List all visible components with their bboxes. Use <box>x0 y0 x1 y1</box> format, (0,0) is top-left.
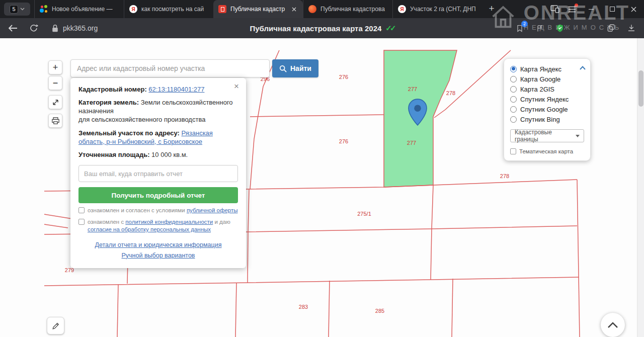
download-icon[interactable] <box>626 23 637 34</box>
expand-icon <box>52 99 59 106</box>
tab-title: Публичная кадастрова <box>320 6 387 13</box>
screen: 5 Новое объявление — Я как посмотреть на… <box>0 0 644 337</box>
layer-option-google-map[interactable]: Карта Google <box>510 74 584 84</box>
privacy-policy-link[interactable]: политикой конфиденциальности <box>125 219 213 225</box>
tab-pkk-second[interactable]: Публичная кадастрова <box>303 0 392 18</box>
tab-title: Участок 2 га (СНТ, ДНП <box>410 6 477 13</box>
tab-close-icon[interactable] <box>290 5 298 13</box>
personal-data-link[interactable]: согласие на обработку персональных данны… <box>88 226 211 232</box>
boundaries-select[interactable]: Кадастровые границы <box>510 129 584 142</box>
land-category-note: для сельскохозяйственного производства <box>78 115 238 124</box>
tab-new-listing[interactable]: Новое объявление — <box>34 0 124 18</box>
reload-button[interactable] <box>25 21 42 36</box>
tab-listing-2ga[interactable]: Я Участок 2 га (СНТ, ДНП <box>392 0 482 18</box>
parcel-label: 276 <box>339 138 348 144</box>
bookmark-icon[interactable]: 2 <box>514 23 525 34</box>
layers-panel: Карта Яндекс Карта Google Карта 2GIS Спу… <box>504 58 591 161</box>
popup-close-icon[interactable]: × <box>232 82 241 91</box>
chevron-up-icon <box>607 322 618 328</box>
container-badge: 5 <box>10 5 18 14</box>
email-field[interactable] <box>78 165 238 182</box>
offer-link[interactable]: публичной оферты <box>187 207 238 213</box>
search-button-label: Найти <box>290 64 311 72</box>
cadastral-number-label: Кадастровый номер: <box>78 86 147 93</box>
adblock-shield-icon[interactable] <box>554 23 566 34</box>
privacy-checkbox[interactable] <box>78 219 85 225</box>
parcel-label: 285 <box>375 308 384 314</box>
parcel-label: 277 <box>407 140 416 146</box>
fullscreen-button[interactable] <box>48 95 62 109</box>
pencil-icon <box>52 322 60 330</box>
parcel-label: 283 <box>299 304 308 310</box>
tab-title: Публичная кадастр <box>230 6 286 13</box>
page-title-wrap: Публичная кадастровая карта 2024 ✓✓ <box>250 18 394 38</box>
land-category-label: Категория земель: <box>78 99 139 106</box>
tab-title: Новое объявление — <box>52 6 119 13</box>
page-scrollbar[interactable] <box>637 38 644 337</box>
radio-icon <box>510 76 517 82</box>
layer-option-2gis-map[interactable]: Карта 2GIS <box>510 84 584 94</box>
zoom-in-button[interactable]: + <box>48 60 62 74</box>
parcel-label: 277 <box>408 86 417 92</box>
collections-icon[interactable] <box>606 23 617 34</box>
menu-icon[interactable] <box>564 2 581 16</box>
radio-icon <box>510 116 517 123</box>
radio-icon <box>510 66 517 72</box>
chevron-down-icon <box>20 8 25 11</box>
cadastral-number-link[interactable]: 62:13:1180401:277 <box>148 86 204 93</box>
new-tab-button[interactable]: + <box>485 3 498 16</box>
print-button[interactable] <box>48 114 62 128</box>
tab-preview-icon[interactable] <box>546 2 564 16</box>
thematic-row: Тематическая карта <box>510 148 584 154</box>
page-title: Публичная кадастровая карта 2024 <box>250 24 382 33</box>
parcel-label: 278 <box>500 173 509 179</box>
lock-icon <box>51 24 59 33</box>
get-report-button[interactable]: Получить подробный отчет <box>78 187 238 203</box>
area-value: 10 000 кв.м. <box>149 151 188 158</box>
report-details-link[interactable]: Детали отчета и юридическая информация <box>95 241 222 248</box>
pkk-favicon <box>218 5 226 13</box>
printer-icon <box>52 117 59 124</box>
layer-option-bing-sat[interactable]: Спутник Bing <box>510 114 584 124</box>
parcel-label: 278 <box>446 90 455 96</box>
layers-collapse-icon[interactable] <box>580 63 586 72</box>
tab-strip: 5 Новое объявление — Я как посмотреть на… <box>0 0 644 18</box>
manual-selection-link[interactable]: Ручной выбор вариантов <box>122 252 195 259</box>
search-input[interactable] <box>70 59 270 77</box>
scroll-top-button[interactable] <box>601 313 625 337</box>
parcel-label: 276 <box>339 74 348 80</box>
url-text: pkk365.org <box>63 24 98 32</box>
map-pin-icon <box>408 99 428 126</box>
layer-option-google-sat[interactable]: Спутник Google <box>510 104 584 114</box>
layer-option-yandex-map[interactable]: Карта Яндекс <box>510 64 584 74</box>
url-chip[interactable]: pkk365.org <box>51 24 98 33</box>
search-bar: Найти <box>70 59 318 77</box>
flag-icon[interactable] <box>534 23 545 34</box>
minimize-button[interactable] <box>581 0 602 18</box>
close-icon <box>631 7 636 12</box>
chevron-down-icon <box>576 135 580 137</box>
radio-icon <box>510 106 517 113</box>
maximize-button[interactable] <box>602 0 623 18</box>
parcel-label: 275/1 <box>357 211 371 217</box>
zoom-out-button[interactable]: − <box>48 76 62 90</box>
close-button[interactable] <box>623 0 644 18</box>
tab-yandex-search[interactable]: Я как посмотреть на сай <box>124 0 213 18</box>
tab-pkk-active[interactable]: Публичная кадастр <box>213 0 303 18</box>
layer-option-yandex-sat[interactable]: Спутник Яндекс <box>510 94 584 104</box>
offer-checkbox[interactable] <box>78 207 85 213</box>
privacy-agree-text: ознакомлен с политикой конфиденциальност… <box>88 218 238 234</box>
yandex-favicon: Я <box>398 5 406 13</box>
back-button[interactable] <box>4 21 21 36</box>
avito-favicon <box>40 5 48 13</box>
container-indicator[interactable]: 5 <box>4 3 30 16</box>
search-button[interactable]: Найти <box>272 59 318 77</box>
parcel-address-label: Земельный участок по адресу: <box>78 129 180 137</box>
scrollbar-thumb[interactable] <box>638 70 643 107</box>
thematic-checkbox[interactable] <box>510 148 516 154</box>
radio-icon <box>510 86 517 93</box>
draw-button[interactable] <box>47 317 64 334</box>
address-bar: pkk365.org Публичная кадастровая карта 2… <box>0 18 644 38</box>
radio-icon <box>510 96 517 103</box>
map-canvas[interactable]: 296276277278276277278275/1279283285 + − … <box>0 38 644 337</box>
